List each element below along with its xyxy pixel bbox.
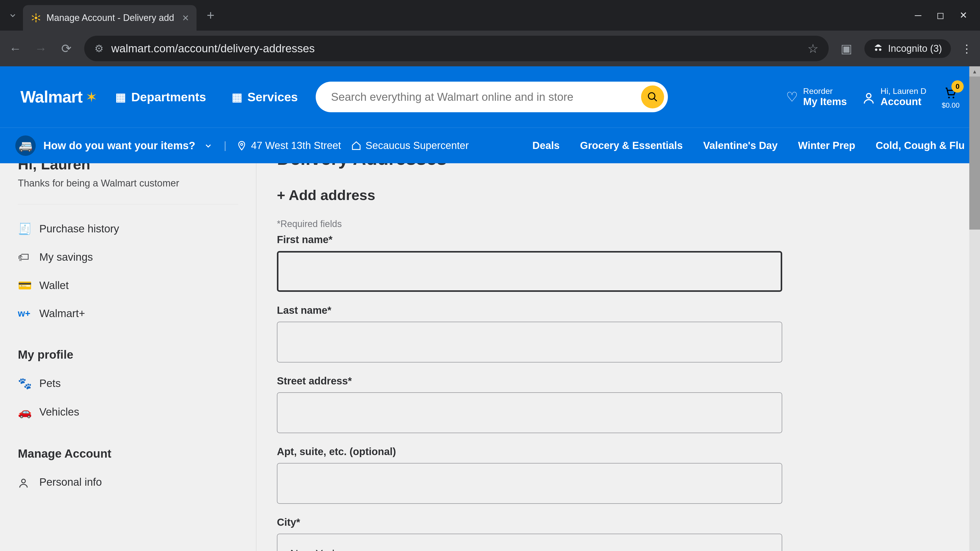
subheader-link-deals[interactable]: Deals bbox=[532, 140, 560, 151]
svg-point-0 bbox=[35, 17, 38, 19]
account-link[interactable]: Hi, Lauren D Account bbox=[862, 86, 926, 107]
sidebar-item-personal-info[interactable]: Personal info bbox=[18, 468, 238, 496]
site-info-icon[interactable]: ⚙ bbox=[94, 43, 103, 54]
street-label: Street address* bbox=[277, 375, 959, 387]
car-icon: 🚗 bbox=[18, 405, 30, 419]
sidebar-item-my-savings[interactable]: 🏷 My savings bbox=[18, 243, 238, 271]
search-bar bbox=[316, 82, 668, 112]
svg-point-9 bbox=[867, 94, 871, 98]
tab-title: Manage Account - Delivery add bbox=[46, 13, 177, 23]
chevron-down-icon bbox=[203, 140, 213, 151]
subheader-link-grocery[interactable]: Grocery & Essentials bbox=[580, 140, 682, 151]
home-icon bbox=[351, 141, 361, 151]
reorder-top: Reorder bbox=[803, 86, 847, 96]
departments-label: Departments bbox=[131, 90, 206, 104]
page-body: Hi, Lauren Thanks for being a Walmart cu… bbox=[0, 163, 980, 551]
services-button[interactable]: ▦ Services bbox=[224, 90, 306, 104]
svg-line-3 bbox=[32, 16, 34, 17]
subheader-link-valentines[interactable]: Valentine's Day bbox=[703, 140, 778, 151]
search-input[interactable] bbox=[331, 91, 641, 103]
sidebar-item-pets[interactable]: 🐾 Pets bbox=[18, 369, 238, 398]
site-header: Walmart ✶ ▦ Departments ▦ Services ♡ Reo… bbox=[0, 66, 980, 127]
sidebar-item-label: Wallet bbox=[39, 279, 68, 292]
sidebar-item-label: Walmart+ bbox=[39, 307, 85, 320]
sidebar-item-label: My savings bbox=[39, 251, 93, 263]
window-controls: ─ ◻ ✕ bbox=[915, 10, 977, 21]
greeting-heading: Hi, Lauren bbox=[18, 163, 238, 173]
walmart-logo[interactable]: Walmart ✶ bbox=[21, 87, 97, 106]
scroll-thumb[interactable] bbox=[969, 76, 980, 230]
sidebar-item-walmart-plus[interactable]: w+ Walmart+ bbox=[18, 300, 238, 327]
scroll-up-button[interactable]: ▴ bbox=[969, 66, 980, 76]
vertical-scrollbar[interactable]: ▴ bbox=[969, 66, 980, 551]
page-content: Walmart ✶ ▦ Departments ▦ Services ♡ Reo… bbox=[0, 66, 980, 551]
sidebar-item-label: Pets bbox=[39, 377, 61, 389]
svg-line-6 bbox=[38, 16, 40, 17]
browser-chrome: Manage Account - Delivery add × + ─ ◻ ✕ … bbox=[0, 0, 980, 66]
forward-button[interactable]: → bbox=[33, 41, 48, 56]
apt-input[interactable] bbox=[277, 463, 782, 504]
sidebar-item-vehicles[interactable]: 🚗 Vehicles bbox=[18, 398, 238, 426]
sidebar-item-label: Personal info bbox=[39, 476, 102, 488]
url-box[interactable]: ⚙ walmart.com/account/delivery-addresses… bbox=[84, 36, 829, 61]
browser-menu-button[interactable]: ⋮ bbox=[961, 42, 972, 55]
city-label: City* bbox=[277, 516, 959, 528]
account-sidebar: Hi, Lauren Thanks for being a Walmart cu… bbox=[0, 163, 256, 551]
first-name-input[interactable] bbox=[277, 251, 782, 292]
reorder-bot: My Items bbox=[803, 96, 847, 107]
last-name-label: Last name* bbox=[277, 305, 959, 316]
site-subheader: 🚐 How do you want your items? | 47 West … bbox=[0, 127, 980, 163]
svg-point-10 bbox=[948, 97, 950, 98]
separator: | bbox=[224, 140, 226, 151]
tag-icon: 🏷 bbox=[18, 251, 30, 264]
store-chip[interactable]: Secaucus Supercenter bbox=[351, 140, 469, 151]
delivery-address-chip[interactable]: 47 West 13th Street bbox=[237, 140, 341, 151]
sidebar-heading-manage: Manage Account bbox=[18, 426, 238, 468]
incognito-badge[interactable]: Incognito (3) bbox=[864, 39, 951, 58]
account-bot: Account bbox=[880, 96, 926, 107]
required-fields-note: *Required fields bbox=[277, 219, 959, 229]
apt-label: Apt, suite, etc. (optional) bbox=[277, 446, 959, 457]
incognito-icon bbox=[873, 44, 883, 53]
form-group-last-name: Last name* bbox=[277, 305, 959, 362]
greeting-subtext: Thanks for being a Walmart customer bbox=[18, 178, 238, 204]
fulfillment-label: How do you want your items? bbox=[43, 140, 195, 152]
street-input[interactable] bbox=[277, 392, 782, 433]
window-minimize-button[interactable]: ─ bbox=[915, 10, 921, 21]
cart-count-badge: 0 bbox=[951, 80, 964, 93]
form-group-city: City* bbox=[277, 516, 959, 551]
account-top: Hi, Lauren D bbox=[880, 86, 926, 96]
new-tab-button[interactable]: + bbox=[207, 8, 215, 23]
svg-line-5 bbox=[32, 19, 34, 20]
departments-button[interactable]: ▦ Departments bbox=[108, 90, 213, 104]
subheader-link-winter[interactable]: Winter Prep bbox=[798, 140, 855, 151]
svg-point-7 bbox=[649, 93, 655, 100]
sidebar-item-purchase-history[interactable]: 🧾 Purchase history bbox=[18, 214, 238, 243]
tab-search-button[interactable] bbox=[3, 5, 23, 25]
cart-button[interactable]: 0 $0.00 bbox=[942, 84, 959, 110]
url-text: walmart.com/account/delivery-addresses bbox=[111, 42, 800, 55]
back-button[interactable]: ← bbox=[8, 41, 23, 56]
sidebar-item-wallet[interactable]: 💳 Wallet bbox=[18, 271, 238, 300]
my-items-link[interactable]: ♡ Reorder My Items bbox=[786, 86, 847, 107]
bookmark-star-icon[interactable]: ☆ bbox=[808, 41, 818, 56]
window-maximize-button[interactable]: ◻ bbox=[937, 10, 944, 21]
logo-text: Walmart bbox=[21, 87, 83, 106]
store-text: Secaucus Supercenter bbox=[366, 140, 469, 151]
subheader-link-cold[interactable]: Cold, Cough & Flu bbox=[876, 140, 965, 151]
delivery-address-text: 47 West 13th Street bbox=[251, 140, 341, 151]
window-close-button[interactable]: ✕ bbox=[959, 10, 967, 21]
tab-close-button[interactable]: × bbox=[182, 11, 189, 24]
page-title: Delivery Addresses bbox=[277, 163, 959, 169]
last-name-input[interactable] bbox=[277, 322, 782, 362]
header-right: ♡ Reorder My Items Hi, Lauren D Account bbox=[786, 84, 959, 110]
city-input[interactable] bbox=[277, 534, 782, 551]
reload-button[interactable]: ⟳ bbox=[59, 41, 74, 56]
toolbar-right: ▣ Incognito (3) ⋮ bbox=[839, 39, 972, 58]
fulfillment-button[interactable]: 🚐 How do you want your items? bbox=[15, 135, 213, 156]
walmart-favicon-icon bbox=[30, 13, 41, 23]
chevron-down-icon bbox=[8, 10, 18, 21]
side-panel-icon[interactable]: ▣ bbox=[839, 41, 854, 56]
browser-tab[interactable]: Manage Account - Delivery add × bbox=[23, 5, 197, 30]
search-button[interactable] bbox=[641, 86, 664, 108]
